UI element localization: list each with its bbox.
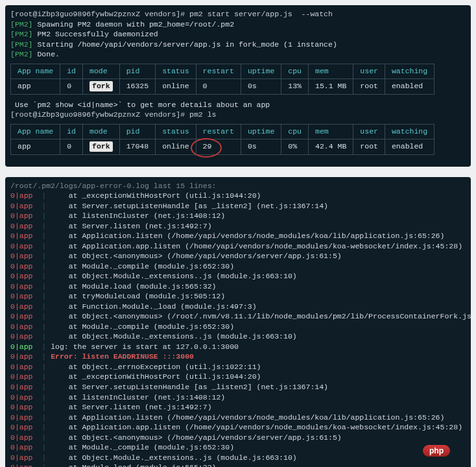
shell-prompt-2: [root@iZbp3guo9896fywbw2pznxZ vendors]# … [10,110,466,120]
pm2-table-2: App nameidmodepidstatusrestartuptimecpum… [10,124,434,155]
log-line: 0|app | at _exceptionWithHostPort (util.… [10,191,466,201]
log-line: 0|app | at Object.<anonymous> (/home/yap… [10,251,466,261]
pm2-hint: Use `pm2 show <id|name>` to get more det… [10,100,466,110]
log-line: 0|app | at Application.app.listen (/home… [10,422,466,433]
pm2-line: [PM2] PM2 Successfully daemonized [10,29,466,40]
log-line: 0|app | log: the server is start at 127.… [10,342,466,352]
pm2-table-1: App nameidmodepidstatusrestartuptimecpum… [10,64,434,95]
log-line: 0|app | at Object.Module._extensions..js… [10,271,466,281]
log-line: 0|app | at Object.Module._extensions..js… [10,331,466,342]
pm2-line: [PM2] Spawning PM2 daemon with pm2_home=… [10,19,466,30]
table-header-row: App nameidmodepidstatusrestartuptimecpum… [11,64,434,79]
log-line: 0|app | at Server.listen (net.js:1492:7) [10,221,466,232]
log-line: 0|app | at Module._compile (module.js:65… [10,261,466,272]
log-line: 0|app | at Server.setupListenHandle [as … [10,201,466,211]
log-line: 0|app | at Function.Module._load (module… [10,302,466,312]
log-line: 0|app | at tryModuleLoad (module.js:505:… [10,291,466,302]
terminal-top: [root@iZbp3guo9896fywbw2pznxZ vendors]# … [5,5,471,167]
log-error-line: 0|app | Error: listen EADDRINUSE :::3000 [10,352,466,362]
shell-prompt-1: [root@iZbp3guo9896fywbw2pznxZ vendors]# … [10,9,466,19]
php-watermark: php [423,445,450,457]
log-line: 0|app | at listenInCluster (net.js:1408:… [10,211,466,221]
table-row: app 0 fork 16325 online 0 0s 13% 15.1 MB… [11,79,434,95]
terminal-log: /root/.pm2/logs/app-error-0.log last 15 … [5,177,471,467]
log-line: 0|app | at Module.load (module.js:565:32… [10,462,466,467]
mode-badge: fork [89,141,113,152]
log-line: 0|app | at _exceptionWithHostPort (util.… [10,372,466,382]
log-line: 0|app | at Object.<anonymous> (/root/.nv… [10,311,466,322]
log-line: 0|app | at Module._compile (module.js:65… [10,322,466,332]
log-line: 0|app | at Server.setupListenHandle [as … [10,382,466,392]
mode-badge: fork [89,81,113,91]
log-line: 0|app | at Application.listen (/home/yap… [10,413,466,423]
log-line: 0|app | at listenInCluster (net.js:1408:… [10,392,466,403]
pm2-line: [PM2] Done. [10,49,466,60]
log-header: /root/.pm2/logs/app-error-0.log last 15 … [10,181,466,191]
log-line: 0|app | at Application.app.listen (/home… [10,241,466,252]
log-line: 0|app | at Object._errnoException (util.… [10,362,466,372]
table-row: app 0 fork 17048 online 29 0s 0% 42.4 MB… [11,139,434,155]
log-line: 0|app | at Module._compile (module.js:65… [10,442,466,453]
log-line: 0|app | at Object.<anonymous> (/home/yap… [10,433,466,443]
log-line: 0|app | at Module.load (module.js:565:32… [10,281,466,292]
log-line: 0|app | at Application.listen (/home/yap… [10,231,466,241]
log-line: 0|app | at Object.Module._extensions..js… [10,453,466,463]
log-line: 0|app | at Server.listen (net.js:1492:7) [10,402,466,413]
table-header-row: App nameidmodepidstatusrestartuptimecpum… [11,124,434,139]
pm2-line: [PM2] Starting /home/yapi/vendors/server… [10,40,466,50]
